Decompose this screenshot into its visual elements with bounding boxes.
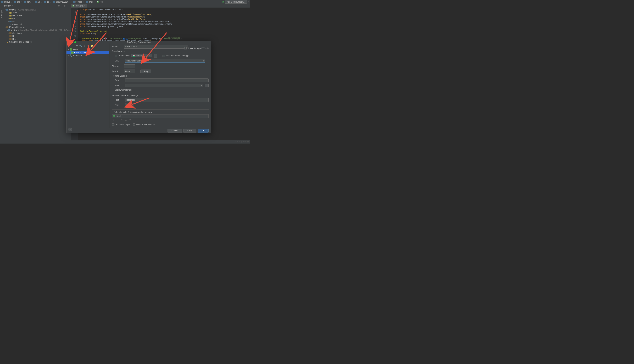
tree-row[interactable]: ▾External Libraries	[3, 26, 71, 29]
breadcrumb-item[interactable]: test20200529	[53, 1, 69, 3]
rcs-host-input[interactable]	[125, 98, 209, 102]
cancel-button[interactable]: Cancel	[168, 128, 182, 133]
url-label: URL:	[115, 60, 124, 62]
config-tree[interactable]: ▾ Resin Resin 4.0.58 ▸🔧 Templates	[67, 48, 109, 128]
jmx-input[interactable]	[124, 70, 135, 73]
build-hammer-icon[interactable]: ⚒	[222, 0, 224, 3]
minimize-window-icon[interactable]	[71, 42, 73, 43]
after-launch-checkbox[interactable]	[115, 54, 117, 57]
open-browser-label: Open browser	[112, 50, 209, 52]
build-task-item[interactable]: ⚒ Build	[112, 114, 209, 118]
after-launch-label: After launch	[119, 54, 130, 57]
info-icon[interactable]: ⓘ	[207, 47, 209, 50]
edit-task-icon[interactable]: ✎	[121, 118, 123, 122]
up-icon[interactable]: ▲	[83, 44, 86, 47]
run-configurations-dialog: Run/Debug Configurations ＋ − ⧉ 🔧 ▲ ▼ 📁 ▾…	[66, 41, 211, 133]
rcs-port-label: Port:	[115, 104, 124, 106]
breadcrumb-item[interactable]: e9java	[1, 1, 11, 3]
breadcrumb-item[interactable]: api	[34, 1, 41, 3]
type-combo[interactable]: ▾	[125, 78, 209, 82]
tree-row[interactable]: ▸META-INF	[3, 14, 71, 17]
hide-icon[interactable]: —	[66, 5, 70, 7]
name-label: Name:	[112, 46, 122, 48]
breadcrumb-item[interactable]: src	[14, 1, 20, 3]
breadcrumb-item[interactable]: CTest	[96, 1, 104, 3]
dialog-footer: Cancel Apply OK	[67, 128, 211, 133]
resin-icon	[70, 48, 72, 51]
name-input[interactable]	[124, 45, 188, 48]
zoom-window-icon[interactable]	[74, 42, 76, 43]
breadcrumb-item[interactable]: cs	[44, 1, 50, 3]
add-icon[interactable]: ＋	[68, 44, 71, 47]
tree-row[interactable]: ⎔Scratches and Consoles	[3, 40, 71, 43]
down-task-icon[interactable]: ▼	[129, 118, 132, 122]
ping-button[interactable]: Ping	[140, 70, 151, 73]
add-configuration-button[interactable]: Add Configuration...	[225, 0, 247, 4]
host-combo[interactable]: ▾	[125, 84, 203, 88]
close-window-icon[interactable]	[68, 42, 70, 43]
config-group-templates[interactable]: ▸🔧 Templates	[67, 54, 109, 57]
project-tool-tab[interactable]: 1: Project	[0, 9, 3, 19]
config-item-resin[interactable]: Resin 4.0.58	[67, 51, 109, 54]
remote-conn-label: Remote Connection Settings	[112, 94, 209, 97]
project-panel: Project ▾ ⊕ ÷ ✿ — ▾e9java~/work/project/…	[3, 4, 71, 140]
remove-task-icon[interactable]: −	[116, 118, 119, 122]
tree-row[interactable]: ▸classbean	[3, 32, 71, 34]
config-list-panel: ＋ − ⧉ 🔧 ▲ ▼ 📁 ▾ Resin Resin 4.0.58 ▸🔧	[67, 44, 110, 128]
dropdown-icon[interactable]: ▾	[248, 1, 249, 3]
breadcrumb-item[interactable]: com	[24, 1, 31, 3]
help-icon[interactable]: ?	[68, 128, 72, 131]
add-task-icon[interactable]: ＋	[112, 118, 115, 122]
side-tool-strip: 1: Project	[0, 4, 3, 140]
tree-row[interactable]: ▫e9java.iml	[3, 23, 71, 26]
tree-row[interactable]: ▾e9java~/work/project/e9java	[3, 8, 71, 11]
browser-more-button[interactable]: ...	[154, 54, 157, 58]
tree-row[interactable]: ▸out	[3, 17, 71, 20]
resin-icon	[71, 52, 74, 54]
editor-tab[interactable]: C Test.java ×	[71, 4, 87, 8]
js-debug-label: with JavaScript debugger	[167, 54, 190, 57]
tree-row[interactable]: ▸lib	[3, 34, 71, 38]
type-label: Type:	[115, 79, 124, 82]
settings-gear-icon[interactable]: ✿	[63, 5, 66, 7]
share-vcs-checkbox[interactable]	[184, 47, 187, 50]
browse-icon[interactable]: 🗀	[203, 60, 205, 62]
share-vcs-label: Share through VCS	[188, 47, 206, 50]
config-toolbar: ＋ − ⧉ 🔧 ▲ ▼ 📁	[67, 44, 109, 48]
wrench-icon[interactable]: 🔧	[79, 44, 82, 47]
copy-icon[interactable]: ⧉	[76, 44, 78, 47]
show-page-checkbox[interactable]	[112, 124, 115, 126]
url-input[interactable]	[125, 59, 205, 63]
activate-tool-checkbox[interactable]	[133, 124, 135, 126]
up-task-icon[interactable]: ▲	[125, 118, 127, 122]
tree-row[interactable]: ▸.idea	[3, 11, 71, 14]
apply-button[interactable]: Apply	[183, 128, 196, 133]
tree-row[interactable]: ▸< 1.8 >/Library/Java/JavaVirtualMachine…	[3, 29, 71, 32]
config-form: Share through VCS ⓘ Name: Open browser A…	[110, 44, 211, 128]
class-icon: C	[72, 5, 74, 7]
folder-move-icon[interactable]: 📁	[91, 44, 93, 47]
close-tab-icon[interactable]: ×	[84, 5, 85, 7]
rcs-port-input[interactable]	[125, 103, 134, 107]
charset-label: Charset:	[112, 65, 122, 68]
before-launch-header[interactable]: ▾ Before launch: Build, Activate tool wi…	[112, 111, 209, 113]
config-group-resin[interactable]: ▾ Resin	[67, 48, 109, 51]
host-more-button[interactable]: ...	[205, 84, 209, 88]
breadcrumb-item[interactable]: impl	[86, 1, 93, 3]
tab-file-name: Test.java	[75, 5, 83, 7]
tree-row[interactable]: ▸lib1	[3, 38, 71, 40]
locate-icon[interactable]: ⊕	[57, 5, 61, 7]
js-debug-checkbox[interactable]	[163, 54, 165, 57]
collapse-icon[interactable]: ÷	[61, 5, 63, 7]
jmx-label: JMX Port:	[112, 70, 122, 73]
charset-input[interactable]	[124, 64, 135, 68]
project-tree[interactable]: ▾e9java~/work/project/e9java▸.idea▸META-…	[3, 8, 71, 140]
dialog-titlebar[interactable]: Run/Debug Configurations	[67, 41, 211, 44]
tree-row[interactable]: ▸src	[3, 20, 71, 23]
editor-tabs: C Test.java ×	[71, 4, 250, 8]
remove-icon[interactable]: −	[72, 44, 74, 47]
down-icon[interactable]: ▼	[87, 44, 90, 47]
ok-button[interactable]: OK	[198, 128, 209, 133]
browser-select[interactable]: Default ▾	[131, 54, 152, 57]
breadcrumb-item[interactable]: service	[72, 1, 82, 3]
